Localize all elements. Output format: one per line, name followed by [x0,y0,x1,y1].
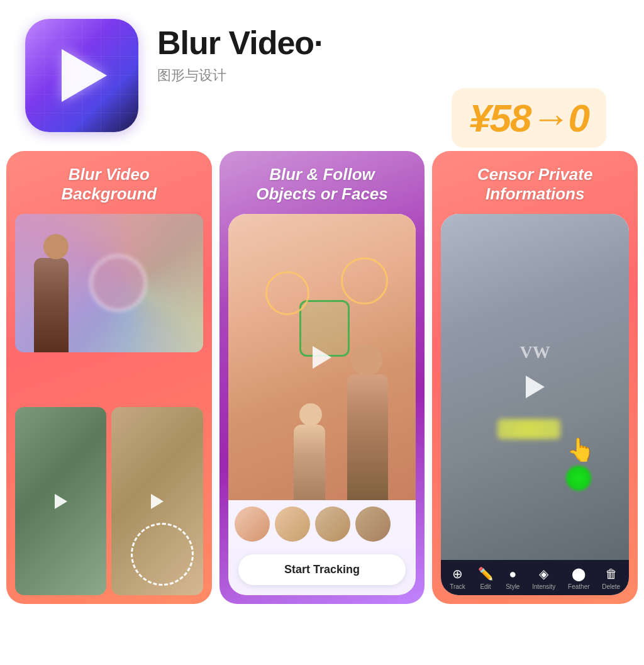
delete-icon: 🗑 [605,567,618,581]
photo-bg-selfie [15,214,203,352]
person-right [347,374,388,500]
app-icon[interactable] [25,19,138,132]
card-1-title: Blur VideoBackground [61,165,157,204]
price-badge: ¥58→0 [452,88,606,148]
blur-circle-overlay [90,255,147,311]
card-censor-private: Censor PrivateInformations ✏️ ◻ VW 👆 ⊕ [432,151,638,604]
edit-label: Edit [480,583,491,590]
face-thumb-3[interactable] [315,506,350,542]
face-thumb-1[interactable] [235,506,270,542]
phone-mockup-3: ✏️ ◻ VW 👆 ⊕ Track ✏️ Edit [441,214,629,595]
app-category: 图形与设计 [157,66,323,85]
play-icon-family[interactable] [313,346,331,369]
face-thumb-4[interactable] [355,506,391,542]
intensity-icon: ◈ [539,566,548,581]
app-icon-play [62,49,107,102]
toolbar-item-delete[interactable]: 🗑 Delete [602,567,620,590]
screenshots-section: Blur VideoBackground [0,151,644,604]
face-detection-circle-2 [341,257,388,305]
face-thumbnails-row [228,500,416,548]
toolbar-item-track[interactable]: ⊕ Track [450,566,465,590]
toolbar-item-edit[interactable]: ✏️ Edit [478,566,494,590]
delete-label: Delete [602,583,620,590]
play-icon-car[interactable] [526,376,545,398]
photo-bottom-right [111,407,203,595]
app-info: Blur Video· 图形与设计 [157,19,323,85]
play-icon-1[interactable] [55,494,67,509]
photo-grid [15,214,203,595]
card-3-title: Censor PrivateInformations [477,165,593,204]
green-selection-dot [566,466,591,491]
feather-icon: ⬤ [572,566,586,581]
license-plate-blur [497,419,560,439]
app-title: Blur Video· [157,25,323,61]
start-tracking-button[interactable]: Start Tracking [238,554,406,585]
photo-bottom-left [15,407,106,595]
feather-label: Feather [568,583,589,590]
bottom-toolbar: ⊕ Track ✏️ Edit ● Style ◈ Intensity ⬤ [441,560,629,595]
toolbar-item-style[interactable]: ● Style [506,567,519,590]
header: Blur Video· 图形与设计 ¥58→0 [0,0,644,145]
vw-logo: VW [520,342,550,362]
card-blur-follow: Blur & FollowObjects or Faces [219,151,425,604]
phone-mockup-2: Start Tracking [228,214,416,595]
style-label: Style [506,583,519,590]
photo-bg-beach [111,407,203,595]
family-photo [228,214,416,500]
toolbar-item-intensity[interactable]: ◈ Intensity [532,566,555,590]
photo-bg-man [15,407,106,595]
face-thumb-2[interactable] [275,506,310,542]
person-silhouette-left [34,258,69,352]
person-head-right [351,344,382,376]
edit-icon: ✏️ [478,566,494,581]
style-icon: ● [509,567,516,581]
dashed-circle-overlay [131,523,194,586]
phone-screen-3: ✏️ ◻ VW 👆 [441,214,629,560]
person-head-center [299,403,322,426]
track-icon: ⊕ [452,566,463,581]
card-2-title: Blur & FollowObjects or Faces [256,165,388,204]
track-label: Track [450,583,465,590]
hand-cursor-icon: 👆 [567,437,595,463]
toolbar-item-feather[interactable]: ⬤ Feather [568,566,589,590]
intensity-label: Intensity [532,583,555,590]
play-icon-2[interactable] [151,494,164,509]
card-blur-background: Blur VideoBackground [6,151,212,604]
photo-main [15,214,203,352]
car-photo: VW 👆 [441,214,629,560]
phone-screen-2 [228,214,416,500]
person-head-left [43,234,69,259]
person-center [294,425,325,500]
